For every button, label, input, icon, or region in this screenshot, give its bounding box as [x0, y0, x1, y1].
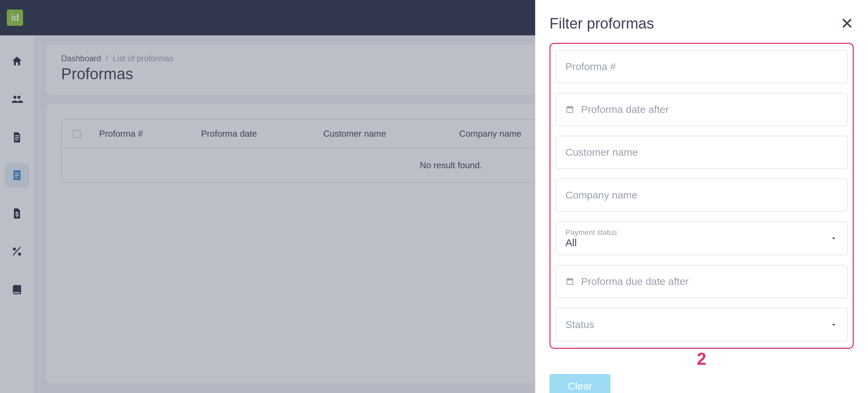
- chevron-down-icon: [830, 234, 838, 242]
- proforma-date-after-input[interactable]: [581, 104, 838, 115]
- drawer-actions: Clear: [549, 374, 854, 393]
- calendar-icon: [565, 277, 574, 286]
- annotation-marker: 2: [697, 349, 706, 369]
- customer-name-input[interactable]: [565, 147, 838, 158]
- filter-drawer: Filter proformas ✕ Payment status All: [535, 0, 868, 393]
- drawer-header: Filter proformas ✕: [549, 15, 854, 32]
- close-icon[interactable]: ✕: [840, 16, 854, 31]
- payment-status-value: All: [565, 237, 838, 249]
- payment-status-label: Payment status: [565, 228, 838, 237]
- clear-button[interactable]: Clear: [549, 374, 611, 393]
- status-select[interactable]: Status: [555, 308, 848, 342]
- proforma-due-date-after-input[interactable]: [581, 276, 838, 287]
- proforma-due-date-after-field[interactable]: [555, 265, 848, 298]
- company-name-input[interactable]: [565, 189, 838, 201]
- company-name-field[interactable]: [555, 178, 848, 212]
- payment-status-select[interactable]: Payment status All: [555, 221, 848, 255]
- filter-fields-highlight: Payment status All Status 2: [549, 43, 854, 349]
- proforma-date-after-field[interactable]: [555, 93, 848, 126]
- proforma-number-input[interactable]: [565, 61, 838, 72]
- chevron-down-icon: [830, 321, 838, 329]
- calendar-icon: [565, 105, 574, 114]
- status-placeholder: Status: [565, 319, 838, 330]
- proforma-number-field[interactable]: [555, 50, 848, 83]
- customer-name-field[interactable]: [555, 136, 848, 169]
- drawer-title: Filter proformas: [549, 15, 654, 32]
